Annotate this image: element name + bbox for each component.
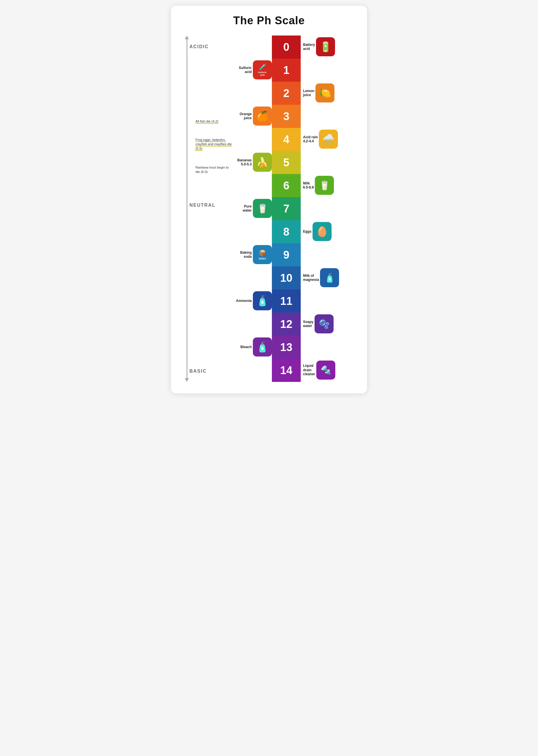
left-item-bleach: Bleach 🧴 (241, 338, 272, 356)
right-item-eggs: Eggs 🥚 (303, 222, 332, 241)
orange-juice-icon: 🍊 (253, 106, 272, 126)
ph-11: 11 (272, 289, 301, 313)
ph-13: 13 (272, 336, 301, 359)
ph-0: 0 (272, 35, 301, 59)
ph-scale-column: 0 1 2 3 4 5 6 7 8 9 10 11 12 13 14 (272, 35, 301, 382)
acid-rain-icon: 🌧️ (319, 130, 338, 149)
note-frogs: Frog eggs, tadpoles, crayfish and mayfli… (195, 138, 233, 151)
ph-9: 9 (272, 243, 301, 267)
note-fish: All fish die (4.2) (195, 119, 218, 124)
bleach-icon: 🧴 (253, 338, 272, 356)
right-item-battery: Batteryacid 🔋 (303, 37, 335, 56)
ph-4: 4 (272, 128, 301, 151)
page-title: The Ph Scale (177, 15, 361, 27)
right-item-acid-rain: Acid rain4.2-4.4 🌧️ (303, 130, 338, 149)
battery-icon: 🔋 (316, 37, 335, 56)
ph-2: 2 (272, 82, 301, 105)
ph-8: 8 (272, 220, 301, 243)
right-item-milk-magnesia: Milk ofmagnesia 🧴 (303, 268, 339, 287)
ph-14: 14 (272, 359, 301, 382)
left-item-water: Purewater 🥛 (243, 199, 272, 218)
bananas-icon: 🍌 (253, 153, 272, 172)
eggs-icon: 🥚 (312, 222, 332, 241)
note-trout: Rainbow trout begin to die (6.0) (195, 165, 233, 174)
ph-scale-card: The Ph Scale ACIDIC NEUTRAL BASIC All fi… (171, 6, 367, 394)
ph-12: 12 (272, 313, 301, 336)
ph-6: 6 (272, 174, 301, 197)
ph-3: 3 (272, 105, 301, 128)
left-item-orange: Orangejuice 🍊 (240, 106, 272, 126)
water-icon: 🥛 (253, 199, 272, 218)
ph-5: 5 (272, 151, 301, 174)
sulfuric-acid-icon: 🧪 Sulfuricacid (253, 60, 272, 79)
milk-icon: 🥛 (315, 176, 334, 195)
baking-soda-icon: 📦 SODA (253, 245, 272, 264)
soapy-water-icon: 🫧 (315, 314, 334, 333)
left-item-bananas: Bananas5.0-5.3 🍌 (237, 153, 272, 172)
right-item-soapy-water: Soapywater 🫧 (303, 314, 334, 333)
left-item-ammonia: Ammonia 🧴 (236, 291, 272, 310)
right-item-drain-cleaner: Liquiddraincleaner 🔩 (303, 360, 335, 380)
lemon-icon: 🍋 (315, 84, 335, 102)
ph-7: 7 (272, 197, 301, 220)
milk-magnesia-icon: 🧴 (320, 268, 339, 287)
ph-1: 1 (272, 59, 301, 82)
left-item-baking-soda: Bakingsoda 📦 SODA (240, 245, 272, 264)
ammonia-icon: 🧴 (253, 291, 272, 310)
drain-cleaner-icon: 🔩 (316, 360, 335, 380)
left-item-sulfuric: Sulfuricacid 🧪 Sulfuricacid (239, 60, 272, 79)
right-item-milk: Milk6.5-6.8 🥛 (303, 176, 334, 195)
right-item-lemon: Lemonjuice 🍋 (303, 84, 335, 102)
ph-10: 10 (272, 267, 301, 289)
